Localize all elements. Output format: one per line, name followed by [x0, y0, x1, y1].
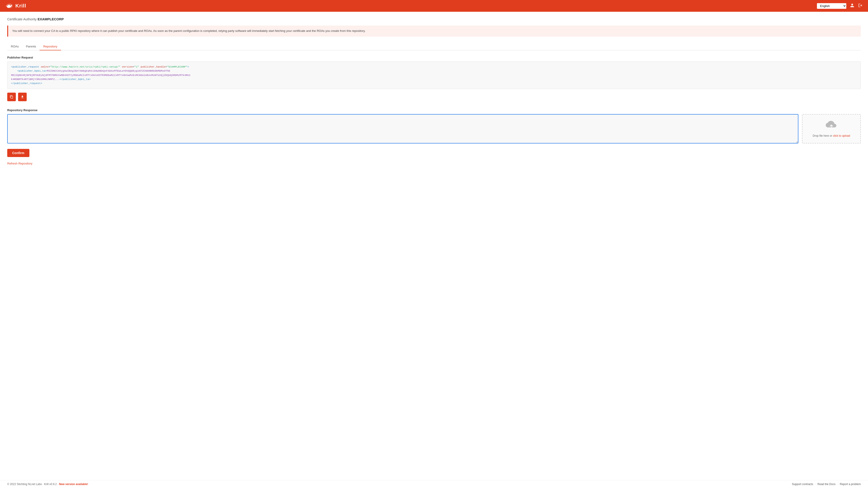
click-to-upload-link[interactable]: click to upload: [833, 134, 850, 137]
publisher-request-code: <publisher_request xmlns="http://www.hac…: [7, 61, 861, 89]
tab-roas[interactable]: ROAs: [7, 43, 22, 51]
publisher-request-label: Publisher Request: [7, 56, 861, 59]
download-button[interactable]: [18, 93, 27, 101]
ca-label: Certificate Authority: [7, 17, 37, 21]
user-icon-button[interactable]: [850, 3, 855, 9]
logout-icon: [858, 3, 863, 8]
header-right: English Deutsch Nederlands: [817, 3, 863, 9]
header: Krill English Deutsch Nederlands: [0, 0, 868, 12]
copy-icon: [10, 95, 13, 99]
response-row: Drop file here or click to upload: [7, 114, 861, 143]
ca-name: EXAMPLECORP: [37, 17, 64, 21]
upload-icon: [826, 120, 837, 132]
krill-logo-icon: [5, 3, 13, 9]
download-icon: [21, 95, 24, 99]
code-action-buttons: [7, 93, 861, 101]
logout-button[interactable]: [858, 3, 863, 9]
publisher-request-section: Publisher Request <publisher_request xml…: [7, 56, 861, 101]
alert-box: You will need to connect your CA to a pu…: [7, 26, 861, 37]
cloud-upload-icon: [826, 120, 837, 130]
drop-text: Drop file here or click to upload: [813, 134, 850, 137]
breadcrumb: Certificate Authority EXAMPLECORP: [7, 17, 861, 21]
tab-repository[interactable]: Repository: [39, 43, 61, 51]
repository-response-section: Repository Response Drop file here or cl…: [7, 108, 861, 143]
repository-response-textarea[interactable]: [7, 114, 798, 143]
repository-response-label: Repository Response: [7, 108, 861, 112]
user-icon: [850, 3, 855, 8]
tab-parents[interactable]: Parents: [22, 43, 40, 51]
logo-text: Krill: [16, 3, 26, 9]
refresh-repository-link[interactable]: Refresh Repository: [7, 162, 32, 165]
language-select[interactable]: English Deutsch Nederlands: [817, 3, 846, 9]
file-drop-zone[interactable]: Drop file here or click to upload: [802, 114, 861, 143]
alert-text: You will need to connect your CA to a pu…: [12, 29, 366, 33]
main-content: Certificate Authority EXAMPLECORP You wi…: [0, 12, 868, 180]
svg-point-1: [10, 5, 11, 6]
tabs-bar: ROAs Parents Repository: [7, 43, 861, 51]
confirm-button[interactable]: Confirm: [7, 149, 29, 157]
logo: Krill: [5, 3, 26, 9]
copy-button[interactable]: [7, 93, 16, 101]
